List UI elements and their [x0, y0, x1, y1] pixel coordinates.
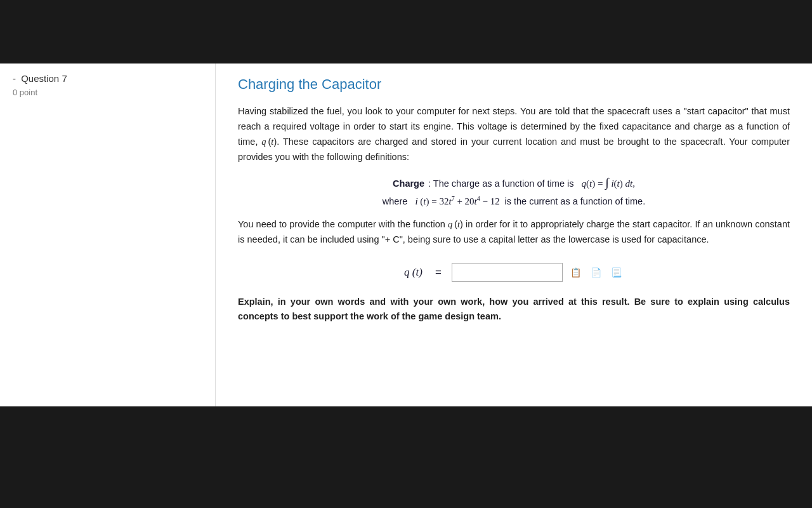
question-prefix: -: [13, 73, 16, 84]
where-suffix: is the current as a function of time.: [505, 196, 646, 206]
question-title: Charging the Capacitor: [238, 76, 790, 93]
description-paragraph-1: Having stabilized the fuel, you look to …: [238, 104, 790, 165]
answer-row: q (t) = 📋 📄 📃: [238, 263, 790, 282]
where-formula: i (t) = 32t7 + 20t4 − 12: [415, 196, 502, 206]
main-content: Charging the Capacitor Having stabilized…: [216, 64, 812, 406]
answer-label: q (t): [404, 266, 422, 279]
charge-label: Charge: [393, 178, 424, 189]
where-text: where: [383, 196, 410, 206]
charge-definition-line: Charge: The charge as a function of time…: [251, 175, 777, 190]
question-title-label: Question 7: [21, 73, 67, 84]
where-definition-line: where i (t) = 32t7 + 20t4 − 12 is the cu…: [251, 195, 777, 207]
description-paragraph-2: You need to provide the computer with th…: [238, 217, 790, 248]
sidebar-question-label: - Question 7: [13, 73, 202, 84]
charge-colon-text: : The charge as a function of time is: [428, 178, 576, 189]
answer-input[interactable]: [452, 263, 563, 282]
formula-icon-1[interactable]: 📋: [569, 265, 583, 279]
sidebar: - Question 7 0 point: [0, 64, 216, 406]
formula-icon-2[interactable]: 📄: [589, 265, 603, 279]
definitions-block: Charge: The charge as a function of time…: [238, 175, 790, 207]
explain-paragraph: Explain, in your own words and with your…: [238, 295, 790, 325]
sidebar-points: 0 point: [13, 88, 202, 97]
formula-icon-3[interactable]: 📃: [610, 265, 624, 279]
equals-sign: =: [435, 266, 442, 279]
charge-formula: q(t) = ∫ i(t) dt,: [582, 178, 635, 189]
